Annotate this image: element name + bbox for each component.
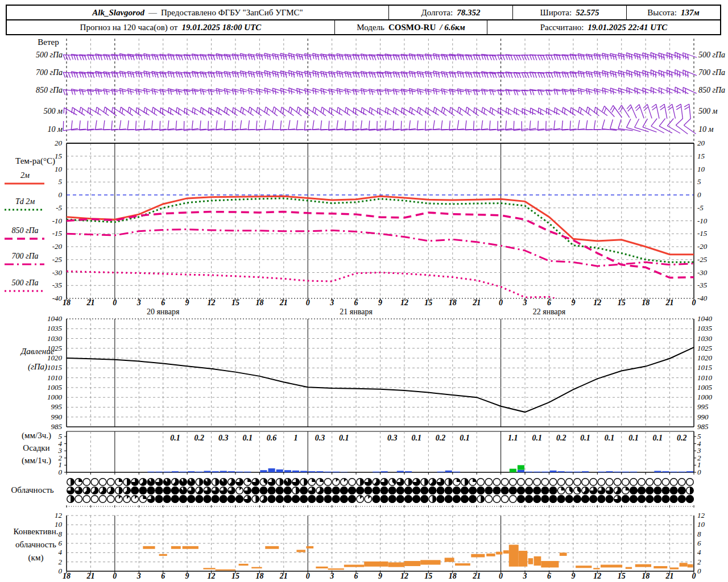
- hour-label: 12: [208, 298, 216, 307]
- pressure-ytick-left: 1000: [47, 393, 62, 402]
- pressure-ytick-right: 995: [697, 402, 709, 411]
- pressure-ytick-left: 1020: [47, 354, 62, 363]
- hour-label: 0: [113, 298, 117, 307]
- hour-label: 21: [86, 298, 94, 307]
- pressure-panel-label-2: (гПа): [28, 362, 47, 372]
- temp-legend-label: 2м: [20, 171, 30, 180]
- precip-panel-label-1: (мм/3ч.): [22, 431, 51, 440]
- precip-panel-label-2: Осадки: [23, 443, 49, 453]
- hour-label: 12: [400, 298, 408, 307]
- temp-legend-label: 700 гПа: [11, 252, 38, 261]
- precip-amount-3h: 0.3: [218, 434, 229, 443]
- temp-ytick-right: -25: [697, 255, 707, 264]
- temp-ytick-left: -25: [52, 255, 62, 264]
- precip-amount-3h: 0.1: [532, 434, 543, 443]
- hour-label: 9: [571, 298, 575, 307]
- wind-level-label-right: 850 гПа: [698, 86, 725, 95]
- temp-ytick-left: 5: [59, 177, 63, 186]
- hour-label: 15: [231, 298, 239, 307]
- hour-label-bottom: 6: [354, 572, 358, 581]
- hour-label-bottom: 3: [137, 572, 141, 581]
- wind-level-label-left: 10 м: [48, 125, 63, 134]
- temp-legend-label: 850 гПа: [11, 226, 38, 235]
- convective-ytick-right: 2: [697, 558, 701, 567]
- hour-label: 0: [499, 298, 503, 307]
- pressure-ytick-right: 1015: [697, 363, 712, 372]
- date-label: 22 января: [533, 307, 566, 317]
- wind-level-label-left: 700 гПа: [36, 68, 63, 77]
- hour-label-bottom: 12: [593, 572, 601, 581]
- wind-level-label-left: 500 м: [44, 107, 63, 116]
- precip-amount-3h: 1: [294, 434, 298, 443]
- hour-label-bottom: 0: [306, 572, 310, 581]
- pressure-ytick-right: 1000: [697, 393, 712, 402]
- pressure-ytick-right: 1025: [697, 344, 712, 353]
- hour-label-bottom: 15: [424, 572, 432, 581]
- temp-ytick-left: -5: [56, 203, 62, 213]
- temp-ytick-left: -20: [52, 242, 62, 251]
- hour-label-bottom: 9: [378, 572, 382, 581]
- precip-amount-3h: 0.1: [411, 434, 421, 443]
- hour-label: 21: [666, 298, 674, 307]
- hour-label-bottom: 9: [185, 572, 189, 581]
- temp-ytick-right: -15: [697, 229, 707, 238]
- hour-label: 21: [280, 298, 288, 307]
- precip-amount-3h: 0.3: [387, 434, 398, 443]
- temperature-panel-label: Тем-ра(°C): [15, 156, 55, 166]
- pressure-ytick-left: 1010: [47, 373, 62, 383]
- precip-amount-3h: 0.2: [195, 434, 205, 443]
- temp-ytick-right: -5: [697, 203, 704, 213]
- temp-ytick-right: -40: [697, 294, 707, 303]
- hour-label-bottom: 0: [499, 572, 503, 581]
- pressure-ytick-right: 990: [697, 413, 709, 422]
- temp-ytick-left: -10: [52, 217, 62, 226]
- temp-ytick-left: 15: [55, 152, 62, 161]
- wind-level-label-right: 10 м: [698, 125, 713, 134]
- hour-label-bottom: 21: [280, 572, 288, 581]
- hour-label: 3: [137, 298, 141, 307]
- hour-label: 9: [185, 298, 189, 307]
- wind-panel-label: Ветер: [38, 38, 59, 47]
- temp-legend-label: Td 2м: [15, 197, 35, 206]
- hour-label-bottom: 21: [86, 572, 94, 581]
- precip-amount-3h: 0.1: [460, 434, 470, 443]
- precip-amount-3h: 0.6: [267, 434, 277, 443]
- convective-panel-label-2: облачность: [15, 540, 56, 550]
- hour-label-bottom: 18: [255, 572, 263, 581]
- wind-level-label-right: 700 гПа: [698, 68, 725, 77]
- precip-ytick-left: 5: [59, 432, 63, 441]
- temp-ytick-right: 15: [697, 152, 705, 161]
- hour-label-bottom: 18: [642, 572, 650, 581]
- wind-level-label-left: 500 гПа: [36, 51, 63, 60]
- hour-label-bottom: 3: [523, 572, 527, 581]
- hour-label-bottom: 15: [231, 572, 239, 581]
- precip-panel-label-3: (мм/1ч.): [22, 456, 51, 465]
- hour-label: 15: [424, 298, 432, 307]
- hour-label: 6: [547, 298, 551, 307]
- convective-ytick-right: 6: [697, 539, 701, 548]
- hour-label: 15: [618, 298, 626, 307]
- precip-amount-3h: 1.1: [508, 434, 518, 443]
- hour-label-bottom: 12: [400, 572, 408, 581]
- wind-level-label-right: 500 гПа: [698, 51, 725, 60]
- cloud-panel-label: Облачность: [11, 485, 53, 495]
- hour-label-bottom: 21: [666, 572, 674, 581]
- precip-amount-3h: 0.1: [580, 434, 590, 443]
- temp-ytick-left: 0: [59, 190, 63, 199]
- hour-label: 3: [523, 298, 527, 307]
- pressure-ytick-left: 1040: [47, 314, 62, 323]
- temp-ytick-left: -40: [52, 294, 62, 303]
- hour-label: 21: [473, 298, 481, 307]
- pressure-ytick-right: 985: [697, 422, 709, 431]
- pressure-ytick-left: 1015: [47, 363, 62, 372]
- convective-ytick-right: 8: [697, 530, 701, 539]
- pressure-ytick-right: 1030: [697, 334, 712, 343]
- pressure-ytick-left: 985: [51, 422, 63, 431]
- temp-ytick-left: -35: [52, 281, 62, 290]
- pressure-ytick-left: 1030: [47, 334, 62, 343]
- date-label: 21 января: [340, 307, 373, 317]
- hour-label: 18: [63, 298, 71, 307]
- hour-label-bottom: 0: [113, 572, 117, 581]
- hour-label: 0: [306, 298, 310, 307]
- temp-ytick-right: 10: [697, 165, 705, 174]
